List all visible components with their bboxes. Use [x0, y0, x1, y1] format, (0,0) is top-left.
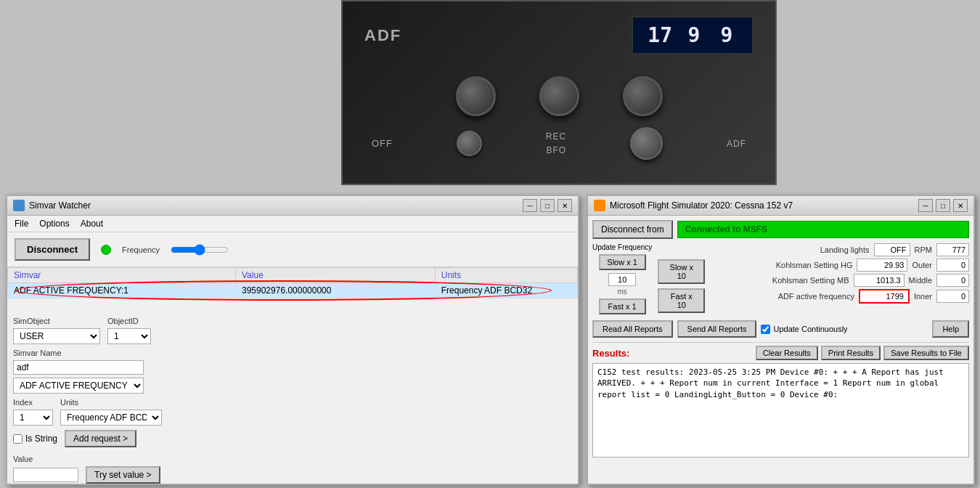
- inner-input[interactable]: [936, 290, 969, 303]
- outer-label: Outer: [912, 261, 932, 269]
- outer-input[interactable]: [936, 259, 969, 272]
- rpm-input[interactable]: [936, 243, 969, 256]
- connected-status: Connected to MSFS: [677, 221, 969, 238]
- simvar-window-icon: [13, 200, 25, 211]
- kohlsman-hg-row: Kohlsman Setting HG Outer: [711, 259, 969, 272]
- left-controls: SimObject USER ObjectID 1 Simvar Name: [13, 317, 162, 484]
- adf-freq-label: ADF active frequency: [778, 292, 854, 301]
- disconnect-button[interactable]: Disconnect: [15, 238, 90, 261]
- slow-x1-button[interactable]: Slow x 1: [599, 254, 646, 270]
- value-label: Value: [13, 455, 162, 463]
- menu-file[interactable]: File: [15, 219, 28, 229]
- adf-mode-label: ADF: [727, 139, 746, 149]
- simvar-titlebar: Simvar Watcher ─ □ ✕: [7, 196, 578, 216]
- adf-freq-input[interactable]: [859, 289, 910, 304]
- value-section: Value Try set value >: [13, 455, 162, 484]
- adf-rec-label: REC: [546, 131, 566, 142]
- disconnect-from-button[interactable]: Disconnect from: [592, 220, 673, 239]
- simobject-select[interactable]: USER: [13, 328, 100, 344]
- kohlsman-hg-input[interactable]: [857, 259, 907, 272]
- titlebar-controls: ─ □ ✕: [523, 199, 572, 212]
- table-header-row: Simvar Value Units: [8, 268, 578, 283]
- cell-units: Frequency ADF BCD32: [435, 283, 577, 298]
- results-buttons: Clear Results Print Results Save Results…: [756, 346, 969, 360]
- units-select[interactable]: Frequency ADF BCD32: [60, 410, 162, 426]
- msfs-maximize-button[interactable]: □: [936, 199, 950, 212]
- adf-knob-right[interactable]: [623, 76, 663, 116]
- value-input[interactable]: [13, 468, 78, 482]
- update-continuously-checkbox[interactable]: [761, 325, 770, 334]
- help-button[interactable]: Help: [932, 320, 969, 338]
- simvar-table-area: Simvar Value Units ADF ACTIVE FREQUENCY:…: [7, 267, 578, 311]
- results-header: Results: Clear Results Print Results Sav…: [592, 346, 969, 360]
- print-results-button[interactable]: Print Results: [821, 346, 881, 360]
- results-text-area[interactable]: C152 test results: 2023-05-25 3:25 PM De…: [592, 363, 969, 458]
- adf-small-knob[interactable]: [457, 131, 482, 156]
- msfs-top-row: Disconnect from Connected to MSFS: [592, 220, 969, 239]
- msfs-titlebar-controls: ─ □ ✕: [918, 199, 968, 212]
- speed-col2: Slow x 10 Fast x 10: [658, 243, 705, 316]
- adf-bfo-label: BFO: [546, 145, 566, 155]
- msfs-window-icon: [594, 200, 605, 211]
- index-select[interactable]: 1: [13, 410, 53, 426]
- update-continuously-label: Update Continuously: [773, 325, 847, 333]
- read-all-reports-button[interactable]: Read All Reports: [592, 320, 673, 338]
- fast-x1-button[interactable]: Fast x 1: [599, 298, 646, 314]
- adf-panel: ADF 17 9 9 OFF REC BFO ADF: [341, 0, 777, 185]
- save-results-button[interactable]: Save Results to File: [883, 346, 969, 360]
- landing-lights-label: Landing lights: [820, 245, 870, 254]
- objectid-select[interactable]: 1: [107, 328, 151, 344]
- simvar-table: Simvar Value Units ADF ACTIVE FREQUENCY:…: [7, 267, 578, 298]
- kohlsman-mb-row: Kohlsman Setting MB Middle: [711, 274, 969, 287]
- simvar-name-dropdown[interactable]: ADF ACTIVE FREQUENCY: [13, 378, 144, 394]
- freq-display: 10: [608, 273, 636, 286]
- minimize-button[interactable]: ─: [523, 199, 537, 212]
- objectid-label: ObjectID: [107, 317, 151, 325]
- units-label: Units: [60, 398, 162, 407]
- col-value: Value: [236, 268, 436, 283]
- add-request-button[interactable]: Add request >: [65, 430, 136, 447]
- send-all-reports-button[interactable]: Send All Reports: [677, 320, 757, 338]
- msfs-main: Disconnect from Connected to MSFS Update…: [588, 216, 973, 480]
- msfs-window-title: Microsoft Flight Simulator 2020: Cessna …: [610, 200, 793, 211]
- maximize-button[interactable]: □: [540, 199, 555, 212]
- msfs-close-button[interactable]: ✕: [953, 199, 968, 212]
- adf-digit-3: 9: [716, 23, 738, 47]
- adf-knob-center[interactable]: [539, 76, 579, 116]
- frequency-slider[interactable]: [171, 244, 229, 256]
- msfs-window: Microsoft Flight Simulator 2020: Cessna …: [587, 195, 975, 485]
- simvar-name-label: Simvar Name: [13, 349, 162, 357]
- simvar-name-input[interactable]: [13, 360, 144, 375]
- adf-knob-left[interactable]: [456, 76, 496, 116]
- kohlsman-hg-label: Kohlsman Setting HG: [776, 261, 853, 269]
- middle-input[interactable]: [936, 274, 969, 287]
- msfs-titlebar: Microsoft Flight Simulator 2020: Cessna …: [588, 196, 973, 216]
- is-string-label: Is String: [25, 434, 57, 444]
- results-label: Results:: [592, 348, 629, 359]
- landing-rpm-row: Landing lights RPM: [711, 243, 969, 256]
- simobject-group: SimObject USER: [13, 317, 100, 344]
- is-string-checkbox[interactable]: [13, 434, 23, 444]
- clear-results-button[interactable]: Clear Results: [756, 346, 818, 360]
- ms-unit-label: ms: [617, 288, 626, 296]
- try-set-button[interactable]: Try set value >: [86, 466, 160, 484]
- simvar-window-title: Simvar Watcher: [29, 200, 91, 211]
- adf-big-knob[interactable]: [630, 127, 663, 160]
- slow-x10-button[interactable]: Slow x 10: [658, 259, 705, 284]
- col-units: Units: [435, 268, 577, 283]
- simvar-watcher-window: Simvar Watcher ─ □ ✕ File Options About …: [6, 195, 579, 485]
- kohlsman-mb-input[interactable]: [854, 274, 905, 287]
- menu-options[interactable]: Options: [39, 219, 69, 229]
- menu-about[interactable]: About: [81, 219, 103, 229]
- close-button[interactable]: ✕: [558, 199, 572, 212]
- update-freq-label: Update Frequency: [592, 243, 652, 251]
- msfs-minimize-button[interactable]: ─: [918, 199, 933, 212]
- is-string-checkbox-label[interactable]: Is String: [13, 434, 57, 444]
- table-row[interactable]: ADF ACTIVE FREQUENCY:1 395902976.0000000…: [8, 283, 578, 298]
- connection-indicator: [101, 245, 111, 255]
- col-simvar: Simvar: [8, 268, 236, 283]
- middle-label: Middle: [909, 276, 932, 285]
- landing-lights-input[interactable]: [874, 243, 910, 256]
- fast-x10-button[interactable]: Fast x 10: [658, 288, 705, 313]
- index-group: Index 1: [13, 398, 53, 426]
